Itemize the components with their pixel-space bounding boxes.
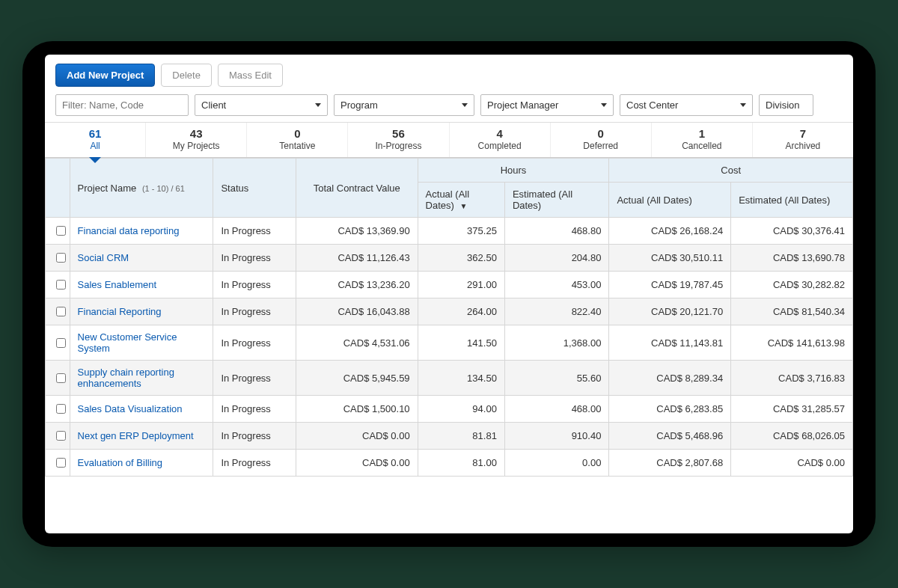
project-name-link[interactable]: Supply chain reporting enhancements xyxy=(70,361,213,396)
status-tab-tentative[interactable]: 0Tentative xyxy=(247,123,348,157)
filter-project-manager-select[interactable]: Project Manager xyxy=(480,94,614,116)
table-row: New Customer Service SystemIn ProgressCA… xyxy=(46,325,853,361)
header-tcv[interactable]: Total Contract Value xyxy=(296,159,418,218)
table-row: Sales EnablementIn ProgressCAD$ 13,236.2… xyxy=(46,272,853,298)
filter-row: Client Program Project Manager Cost Cent… xyxy=(45,94,853,122)
cell-tcv: CAD$ 4,531.06 xyxy=(296,325,418,361)
status-tabs: 61All43My Projects0Tentative56In-Progres… xyxy=(45,122,853,158)
cell-hours-actual: 81.00 xyxy=(418,450,504,477)
header-hours-actual[interactable]: Actual (All Dates) ▼ xyxy=(418,183,504,218)
row-checkbox[interactable] xyxy=(56,458,66,468)
cell-cost-actual: CAD$ 30,510.11 xyxy=(609,245,731,272)
row-checkbox[interactable] xyxy=(56,338,66,348)
cell-tcv: CAD$ 1,500.10 xyxy=(296,396,418,423)
row-checkbox[interactable] xyxy=(56,226,66,236)
header-cost-estimated[interactable]: Estimated (All Dates) xyxy=(731,183,853,218)
cell-tcv: CAD$ 13,236.20 xyxy=(296,272,418,298)
project-table: Project Name (1 - 10) / 61 Status Total … xyxy=(45,158,853,477)
app-screen: Add New Project Delete Mass Edit Client … xyxy=(45,55,853,533)
header-range: (1 - 10) / 61 xyxy=(142,184,185,193)
cell-status: In Progress xyxy=(213,298,296,325)
project-name-link[interactable]: Next gen ERP Deployment xyxy=(70,423,213,450)
status-tab-label: All xyxy=(90,141,100,151)
chevron-down-icon xyxy=(462,103,468,107)
row-checkbox[interactable] xyxy=(56,253,66,263)
table-row: Social CRMIn ProgressCAD$ 11,126.43362.5… xyxy=(46,245,853,272)
chevron-down-icon xyxy=(315,103,321,107)
status-tab-my-projects[interactable]: 43My Projects xyxy=(146,123,247,157)
toolbar: Add New Project Delete Mass Edit xyxy=(45,55,853,94)
row-checkbox[interactable] xyxy=(56,280,66,290)
cell-cost-estimated: CAD$ 3,716.83 xyxy=(731,361,853,396)
header-cost-group: Cost xyxy=(609,159,853,183)
cell-hours-estimated: 204.80 xyxy=(504,245,609,272)
cell-hours-actual: 264.00 xyxy=(418,298,504,325)
cell-hours-actual: 141.50 xyxy=(418,325,504,361)
status-tab-in-progress[interactable]: 56In-Progress xyxy=(348,123,449,157)
cell-status: In Progress xyxy=(213,218,296,245)
filter-cost-center-select[interactable]: Cost Center xyxy=(620,94,753,116)
cell-hours-actual: 94.00 xyxy=(418,396,504,423)
header-checkbox xyxy=(46,159,70,218)
project-name-link[interactable]: Sales Enablement xyxy=(70,272,213,298)
row-checkbox[interactable] xyxy=(56,307,66,316)
cell-status: In Progress xyxy=(213,423,296,450)
cell-hours-estimated: 1,368.00 xyxy=(504,325,609,361)
header-status[interactable]: Status xyxy=(213,159,296,218)
status-tab-label: Archived xyxy=(786,141,821,151)
project-name-link[interactable]: Evaluation of Billing xyxy=(70,450,213,477)
status-tab-count: 56 xyxy=(348,127,448,140)
header-cost-actual[interactable]: Actual (All Dates) xyxy=(609,183,731,218)
status-tab-all[interactable]: 61All xyxy=(45,123,146,157)
cell-tcv: CAD$ 13,369.90 xyxy=(296,218,418,245)
status-tab-completed[interactable]: 4Completed xyxy=(450,123,551,157)
filter-client-select[interactable]: Client xyxy=(195,94,328,116)
project-name-link[interactable]: Social CRM xyxy=(70,245,213,272)
project-table-wrap: Project Name (1 - 10) / 61 Status Total … xyxy=(45,158,853,477)
status-tab-archived[interactable]: 7Archived xyxy=(753,123,853,157)
status-tab-deferred[interactable]: 0Deferred xyxy=(551,123,652,157)
cell-status: In Progress xyxy=(213,396,296,423)
filter-text-input[interactable] xyxy=(55,94,189,116)
project-name-link[interactable]: Financial Reporting xyxy=(70,298,213,325)
cell-hours-estimated: 468.80 xyxy=(504,218,609,245)
cell-hours-actual: 134.50 xyxy=(418,361,504,396)
delete-button[interactable]: Delete xyxy=(161,64,212,87)
status-tab-label: Deferred xyxy=(583,141,618,151)
add-new-project-button[interactable]: Add New Project xyxy=(55,64,155,87)
cell-cost-actual: CAD$ 20,121.70 xyxy=(609,298,731,325)
cell-cost-estimated: CAD$ 13,690.78 xyxy=(731,245,853,272)
cell-tcv: CAD$ 0.00 xyxy=(296,423,418,450)
cell-cost-actual: CAD$ 2,807.68 xyxy=(609,450,731,477)
cell-hours-actual: 375.25 xyxy=(418,218,504,245)
filter-division-select[interactable]: Division xyxy=(759,94,813,116)
filter-program-select[interactable]: Program xyxy=(334,94,474,116)
row-checkbox[interactable] xyxy=(56,373,66,383)
cell-cost-actual: CAD$ 6,283.85 xyxy=(609,396,731,423)
status-tab-count: 1 xyxy=(652,127,752,140)
header-project-name[interactable]: Project Name (1 - 10) / 61 xyxy=(70,159,213,218)
row-checkbox[interactable] xyxy=(56,431,66,441)
cell-cost-actual: CAD$ 5,468.96 xyxy=(609,423,731,450)
header-hours-estimated[interactable]: Estimated (All Dates) xyxy=(504,183,609,218)
cell-cost-actual: CAD$ 26,168.24 xyxy=(609,218,731,245)
cell-status: In Progress xyxy=(213,450,296,477)
row-checkbox[interactable] xyxy=(56,404,66,414)
cell-tcv: CAD$ 16,043.88 xyxy=(296,298,418,325)
status-tab-count: 43 xyxy=(146,127,246,140)
cell-status: In Progress xyxy=(213,361,296,396)
status-tab-cancelled[interactable]: 1Cancelled xyxy=(652,123,753,157)
project-name-link[interactable]: New Customer Service System xyxy=(70,325,213,361)
table-row: Financial ReportingIn ProgressCAD$ 16,04… xyxy=(46,298,853,325)
project-name-link[interactable]: Financial data reporting xyxy=(70,218,213,245)
cell-hours-actual: 291.00 xyxy=(418,272,504,298)
cell-hours-actual: 81.81 xyxy=(418,423,504,450)
cell-hours-actual: 362.50 xyxy=(418,245,504,272)
tablet-frame: Add New Project Delete Mass Edit Client … xyxy=(22,41,876,547)
cell-tcv: CAD$ 5,945.59 xyxy=(296,361,418,396)
cell-cost-estimated: CAD$ 81,540.34 xyxy=(731,298,853,325)
status-tab-count: 0 xyxy=(247,127,347,140)
mass-edit-button[interactable]: Mass Edit xyxy=(218,64,283,87)
cell-tcv: CAD$ 0.00 xyxy=(296,450,418,477)
project-name-link[interactable]: Sales Data Visualization xyxy=(70,396,213,423)
